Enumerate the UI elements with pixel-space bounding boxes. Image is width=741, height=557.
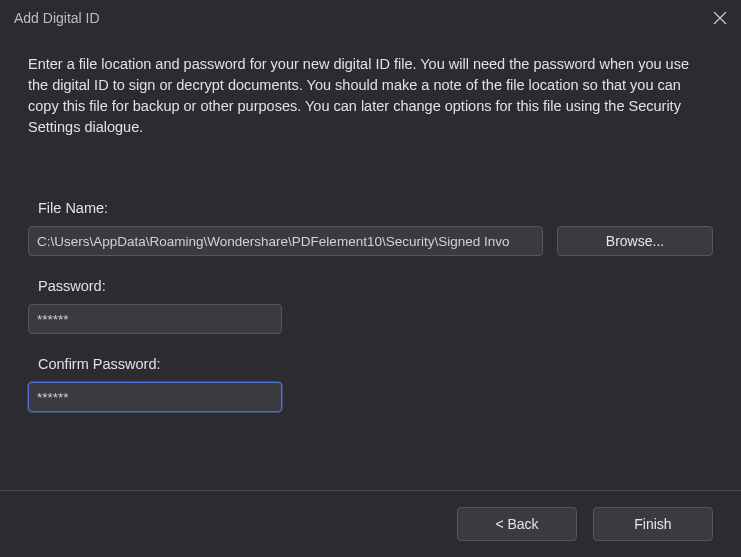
close-icon[interactable]	[713, 11, 727, 25]
confirm-password-block: Confirm Password:	[28, 356, 713, 412]
dialog-content: Enter a file location and password for y…	[0, 34, 741, 412]
dialog-title: Add Digital ID	[14, 10, 100, 26]
confirm-password-label: Confirm Password:	[38, 356, 713, 372]
confirm-password-input[interactable]	[28, 382, 282, 412]
password-block: Password:	[28, 278, 713, 334]
file-name-block: File Name: Browse...	[28, 200, 713, 256]
password-input[interactable]	[28, 304, 282, 334]
file-name-input[interactable]	[28, 226, 543, 256]
file-name-label: File Name:	[38, 200, 713, 216]
titlebar: Add Digital ID	[0, 0, 741, 34]
finish-button[interactable]: Finish	[593, 507, 713, 541]
browse-button[interactable]: Browse...	[557, 226, 713, 256]
intro-text: Enter a file location and password for y…	[28, 54, 713, 138]
back-button[interactable]: < Back	[457, 507, 577, 541]
dialog-footer: < Back Finish	[0, 490, 741, 557]
password-label: Password:	[38, 278, 713, 294]
